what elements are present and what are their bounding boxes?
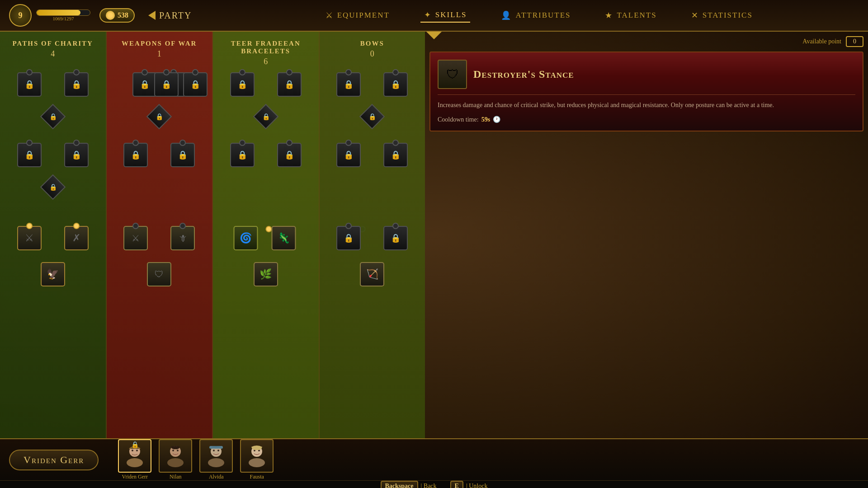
bows-node-1a[interactable]: 🔒 (336, 72, 361, 97)
weapons-diamond-lock-1: 🔒 (156, 113, 163, 121)
svg-point-6 (172, 450, 174, 451)
nav-statistics[interactable]: ✕ Statistics (688, 9, 756, 22)
portrait-nilan[interactable]: Nilan (157, 439, 193, 480)
teer-skill-5b[interactable]: 🦎 (271, 226, 296, 250)
svg-point-9 (208, 458, 224, 467)
party-label: Party (159, 10, 192, 21)
charity-node-3b[interactable]: 🔒 (64, 143, 89, 167)
weapons-node-1c[interactable]: 🔒 (154, 72, 179, 97)
bows-skill-6[interactable]: 🏹 (360, 262, 384, 286)
gold-badge: 538 (99, 8, 135, 23)
weapons-node-1d[interactable]: 🔒 (183, 72, 208, 97)
top-bar: 9 1069/1297 538 Party ⚔ Equipment ✦ Skil… (0, 0, 868, 32)
bows-node-3a[interactable]: 🔒 (336, 143, 361, 167)
svg-point-14 (249, 458, 265, 467)
attributes-icon: 👤 (501, 10, 512, 20)
xp-bar-fill (37, 10, 80, 15)
weapons-dot-5b (179, 223, 186, 229)
portrait-name-alvida: Alvida (209, 474, 224, 480)
xp-bar (36, 9, 90, 16)
key-e[interactable]: E (450, 481, 463, 488)
bows-node-5b[interactable]: 🔒 (383, 226, 408, 250)
party-arrow-icon (148, 11, 156, 20)
nav-attributes-label: Attributes (515, 11, 571, 20)
tree-teer-count: 6 (213, 57, 319, 66)
teer-skill-5a[interactable]: 🌀 (233, 226, 258, 250)
teer-row1: 🔒 🔒 (230, 72, 302, 97)
character-name-display: Vriden Gerr (9, 450, 99, 470)
bows-dot-3a (345, 140, 352, 146)
key-back-label: | Back (421, 483, 437, 488)
tree-teer-title: Teer FradeeanBracelets (213, 40, 319, 55)
weapons-node-1a[interactable]: 🔒 (132, 72, 157, 97)
bows-node-1b[interactable]: 🔒 (383, 72, 408, 97)
teer-node-1a[interactable]: 🔒 (230, 72, 255, 97)
skill-detail-card: 🛡 Destroyer's Stance Increases damage an… (429, 52, 863, 131)
teer-row3: 🔒 🔒 (230, 143, 302, 167)
charity-node-3a[interactable]: 🔒 (17, 143, 42, 167)
teer-skill-6[interactable]: 🌿 (254, 262, 278, 286)
charity-row4: 🔒 (44, 178, 62, 196)
charity-skill-5b[interactable]: ✗ (64, 226, 89, 250)
portrait-name-fausta: Fausta (250, 474, 264, 480)
weapons-skill-5a[interactable]: ⚔ (123, 226, 148, 250)
charity-node-1a[interactable]: 🔒 (17, 72, 42, 97)
bows-diamond-1[interactable]: 🔒 (359, 104, 385, 130)
cooldown-label: Cooldown time: (438, 116, 479, 123)
nav-skills[interactable]: ✦ Skills (420, 8, 471, 23)
charity-diamond-1[interactable]: 🔒 (40, 104, 66, 130)
tree-weapons-header: Weapons of War 1 (107, 32, 212, 59)
gold-amount: 538 (118, 11, 128, 19)
portrait-lock-vriden: 🔒 (131, 441, 139, 449)
portrait-alvida[interactable]: Alvida (198, 439, 234, 480)
teer-dot-1a (239, 69, 245, 75)
nav-equipment[interactable]: ⚔ Equipment (322, 9, 393, 22)
nav-talents[interactable]: ★ Talents (601, 9, 660, 22)
teer-node-3a[interactable]: 🔒 (230, 143, 255, 167)
weapons-skill-6[interactable]: 🛡 (147, 262, 171, 286)
portrait-fausta[interactable]: Fausta (239, 439, 275, 480)
nav-talents-label: Talents (617, 11, 656, 20)
teer-dot-3b (286, 140, 292, 146)
weapons-row3: 🔒 🔒 (123, 143, 195, 167)
bows-node-5a[interactable]: 🔒 (336, 226, 361, 250)
weapons-dot-5a (132, 223, 139, 229)
weapons-dot-1d (192, 69, 198, 75)
talents-icon: ★ (605, 10, 613, 20)
weapons-dot-1a (142, 69, 148, 75)
key-hint-back: Backspace | Back (381, 481, 437, 488)
charity-diamond-2[interactable]: 🔒 (40, 174, 66, 200)
bows-row2: 🔒 (363, 108, 381, 126)
charity-skill-5a[interactable]: ⚔ (17, 226, 42, 250)
portrait-vriden[interactable]: 🔒 Vriden Gerr (117, 439, 153, 480)
skill-detail-description: Increases damage and chance of critical … (438, 100, 855, 110)
party-nav[interactable]: Party (148, 10, 192, 21)
bows-row3: 🔒 🔒 (336, 143, 408, 167)
cooldown-value: 59s (481, 116, 490, 123)
weapons-skill-6-icon: 🛡 (155, 269, 164, 280)
character-portraits: 🔒 Vriden Gerr (117, 439, 275, 480)
bows-node-3b[interactable]: 🔒 (383, 143, 408, 167)
weapons-node-3a[interactable]: 🔒 (123, 143, 148, 167)
portrait-frame-fausta (240, 439, 274, 473)
level-badge: 9 (9, 4, 32, 27)
teer-node-3b[interactable]: 🔒 (277, 143, 302, 167)
portrait-frame-alvida (199, 439, 233, 473)
charity-skill-6[interactable]: 🦅 (41, 262, 65, 286)
key-backspace[interactable]: Backspace (381, 481, 418, 488)
weapons-skill-5b[interactable]: 🗡 (170, 226, 195, 250)
charity-node-1b[interactable]: 🔒 (64, 72, 89, 97)
weapons-skill-5a-icon: ⚔ (132, 233, 140, 244)
nav-equipment-label: Equipment (337, 11, 390, 20)
weapons-node-3b[interactable]: 🔒 (170, 143, 195, 167)
nav-attributes[interactable]: 👤 Attributes (497, 9, 574, 22)
bows-row6: 🏹 (360, 262, 384, 286)
svg-point-7 (177, 450, 179, 451)
teer-node-1b[interactable]: 🔒 (277, 72, 302, 97)
key-hints: Backspace | Back E | Unlock (0, 480, 868, 488)
cooldown-icon: 🕐 (493, 116, 500, 123)
weapons-diamond-1[interactable]: 🔒 (146, 104, 172, 130)
teer-diamond-1[interactable]: 🔒 (253, 104, 278, 130)
bows-dot-5a (345, 223, 352, 229)
available-points-row: Available point 0 (429, 36, 863, 47)
